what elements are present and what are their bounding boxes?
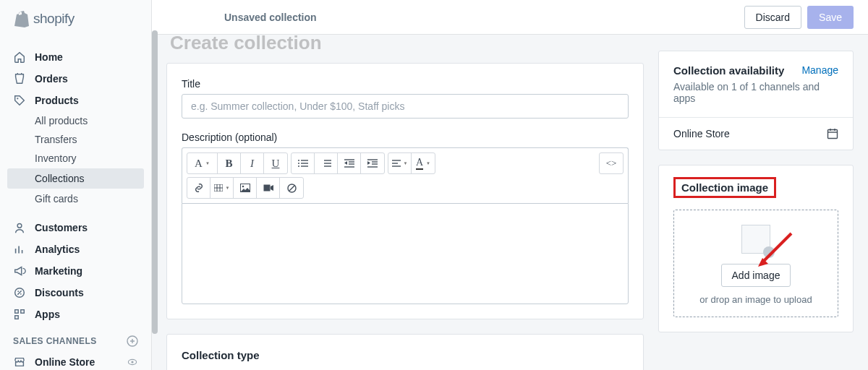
home-icon — [13, 51, 26, 64]
html-view-button[interactable]: <> — [600, 153, 623, 173]
sidebar-sub-gift-cards[interactable]: Gift cards — [0, 189, 151, 208]
shopify-bag-icon — [13, 10, 29, 27]
indent-button[interactable] — [361, 153, 384, 173]
image-upload-dropzone[interactable]: Add image or drop an image to upload — [673, 210, 838, 317]
underline-button[interactable]: U — [264, 153, 287, 173]
italic-button[interactable]: I — [241, 153, 264, 173]
products-icon — [13, 94, 26, 107]
font-style-dropdown[interactable]: A — [187, 153, 218, 173]
sidebar-channel-online-store[interactable]: Online Store — [0, 351, 151, 370]
svg-point-4 — [20, 293, 22, 295]
apps-icon — [13, 308, 26, 321]
collection-type-card: Collection type Manual Add products to t… — [166, 334, 644, 370]
image-button[interactable] — [234, 178, 257, 198]
svg-rect-5 — [15, 310, 19, 314]
description-label: Description (optional) — [182, 132, 629, 143]
discounts-icon — [13, 286, 26, 299]
page-title: Create collection — [166, 35, 644, 63]
svg-point-14 — [298, 160, 299, 161]
svg-point-0 — [17, 98, 18, 99]
svg-point-3 — [17, 291, 19, 292]
sidebar-item-marketing[interactable]: Marketing — [0, 260, 151, 282]
description-editor[interactable] — [182, 203, 629, 304]
nav-label: Apps — [35, 309, 60, 320]
availability-subtext: Available on 1 of 1 channels and apps — [673, 81, 838, 104]
svg-point-10 — [131, 361, 133, 363]
nav-label: Home — [35, 51, 63, 63]
title-description-card: Title Description (optional) A B I U — [166, 63, 644, 319]
svg-point-36 — [242, 186, 244, 188]
nav-label: Customers — [35, 222, 88, 233]
outdent-button[interactable] — [338, 153, 361, 173]
marketing-icon — [13, 264, 26, 278]
svg-point-1 — [17, 223, 22, 228]
drop-hint: or drop an image to upload — [681, 294, 830, 305]
clear-formatting-button[interactable] — [280, 178, 303, 198]
nav-label: Analytics — [35, 244, 80, 255]
link-button[interactable] — [187, 178, 210, 198]
collection-image-card: Collection image Add image or drop an im… — [658, 165, 854, 332]
svg-line-39 — [289, 186, 294, 191]
sidebar: shopify Home Orders Products All product… — [0, 0, 152, 370]
title-label: Title — [182, 78, 629, 90]
unsaved-status: Unsaved collection — [224, 12, 317, 23]
manage-link[interactable]: Manage — [801, 64, 838, 76]
add-image-button[interactable]: Add image — [721, 264, 791, 287]
collection-type-title: Collection type — [182, 349, 629, 361]
svg-point-15 — [298, 163, 299, 164]
customers-icon — [13, 221, 26, 234]
nav-label: Products — [35, 95, 79, 106]
sidebar-item-products[interactable]: Products — [0, 90, 151, 111]
channel-row-online-store: Online Store — [659, 117, 853, 150]
brand-logo[interactable]: shopify — [0, 0, 151, 38]
table-dropdown[interactable] — [210, 178, 234, 198]
sidebar-item-orders[interactable]: Orders — [0, 68, 151, 90]
nav-label: Online Store — [35, 356, 95, 368]
richtext-toolbar: A B I U A — [182, 147, 629, 203]
main-area: Unsaved collection Discard Save Create c… — [152, 0, 868, 370]
bullet-list-button[interactable] — [292, 153, 315, 173]
sidebar-sub-transfers[interactable]: Transfers — [0, 130, 151, 149]
svg-rect-7 — [15, 316, 19, 319]
availability-card: Collection availability Manage Available… — [658, 51, 854, 150]
sidebar-sub-collections[interactable]: Collections — [7, 168, 144, 189]
sidebar-item-home[interactable]: Home — [0, 46, 151, 68]
sidebar-sub-inventory[interactable]: Inventory — [0, 149, 151, 168]
save-button[interactable]: Save — [807, 6, 854, 29]
numbered-list-button[interactable] — [315, 153, 338, 173]
availability-title: Collection availability — [673, 64, 784, 77]
eye-icon[interactable] — [127, 356, 138, 368]
calendar-icon[interactable] — [827, 128, 838, 139]
orders-icon — [13, 72, 26, 85]
svg-rect-6 — [21, 310, 25, 314]
sidebar-item-discounts[interactable]: Discounts — [0, 282, 151, 304]
bold-button[interactable]: B — [218, 153, 241, 173]
align-dropdown[interactable] — [388, 153, 412, 173]
svg-rect-37 — [263, 185, 270, 192]
discard-button[interactable]: Discard — [744, 6, 801, 29]
sidebar-item-customers[interactable]: Customers — [0, 217, 151, 238]
sidebar-scrollbar[interactable] — [152, 30, 158, 334]
store-icon — [13, 356, 26, 369]
primary-nav: Home Orders Products All products Transf… — [0, 38, 151, 370]
sidebar-item-analytics[interactable]: Analytics — [0, 238, 151, 260]
video-button[interactable] — [257, 178, 280, 198]
nav-label: Orders — [35, 73, 68, 85]
upload-image-icon — [741, 225, 770, 254]
sidebar-item-apps[interactable]: Apps — [0, 304, 151, 325]
analytics-icon — [13, 243, 26, 256]
title-input[interactable] — [182, 94, 629, 119]
svg-rect-40 — [828, 130, 838, 139]
nav-label: Marketing — [35, 265, 82, 277]
svg-point-16 — [298, 165, 299, 167]
top-bar: Unsaved collection Discard Save — [152, 0, 868, 35]
brand-name: shopify — [33, 11, 75, 27]
sales-channels-header: SALES CHANNELS — [0, 325, 151, 351]
sidebar-sub-all-products[interactable]: All products — [0, 111, 151, 130]
collection-image-title: Collection image — [681, 181, 768, 194]
annotation-highlight: Collection image — [673, 177, 776, 198]
nav-label: Discounts — [35, 287, 84, 298]
add-channel-icon[interactable] — [127, 335, 138, 347]
text-color-dropdown[interactable]: A — [412, 153, 435, 173]
